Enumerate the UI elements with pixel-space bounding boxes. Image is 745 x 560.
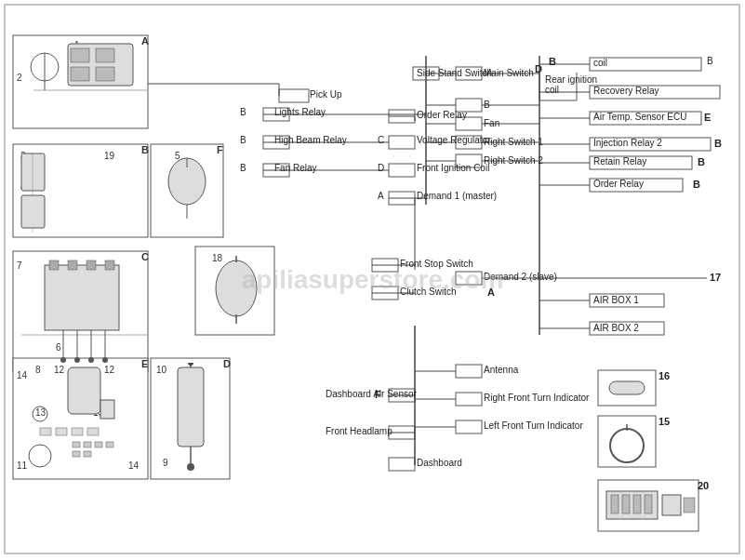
label-front-headlamp: Front Headlamp bbox=[326, 426, 392, 436]
label-order-relay: Order Relay bbox=[593, 179, 644, 189]
item-19: 19 bbox=[104, 151, 114, 161]
label-B-recovery: B bbox=[549, 56, 556, 67]
svg-rect-124 bbox=[95, 442, 102, 447]
label-fan-relay: Fan Relay bbox=[274, 163, 317, 173]
svg-rect-28 bbox=[389, 136, 415, 149]
label-antenna: Antenna bbox=[484, 365, 518, 375]
label-demand2: Demand 2 (slave) bbox=[484, 272, 557, 282]
box-20-contents bbox=[602, 484, 698, 528]
label-pickup: Pick Up bbox=[310, 89, 341, 100]
label-A-demand2: A bbox=[487, 287, 495, 298]
label-B-injection: B bbox=[714, 138, 722, 149]
svg-rect-85 bbox=[96, 48, 114, 62]
svg-rect-91 bbox=[21, 195, 45, 228]
svg-rect-39 bbox=[389, 458, 415, 471]
svg-point-115 bbox=[33, 407, 47, 421]
label-A-demand1: A bbox=[378, 191, 384, 201]
svg-rect-32 bbox=[372, 259, 398, 272]
label-dashboard: Dashboard bbox=[417, 458, 462, 468]
label-airbox1: AIR BOX 1 bbox=[593, 295, 639, 305]
label-right-sw1: B bbox=[484, 100, 490, 110]
svg-rect-87 bbox=[96, 67, 114, 81]
label-dash-air: Dashboard Air Sensor bbox=[326, 389, 417, 399]
label-C-vc: C bbox=[378, 135, 384, 145]
label-main-switch: Main Switch bbox=[484, 68, 534, 78]
label-D-fic: D bbox=[378, 163, 384, 173]
svg-rect-90 bbox=[21, 153, 45, 191]
box-label-B: B bbox=[141, 144, 149, 155]
svg-rect-30 bbox=[389, 192, 415, 205]
main-diagram: apiliasuperstore.com A B F C E D D B B L… bbox=[0, 0, 745, 560]
label-retain-relay: Retain Relay bbox=[593, 156, 646, 167]
svg-rect-36 bbox=[456, 365, 482, 378]
label-16: 16 bbox=[659, 370, 670, 381]
svg-rect-126 bbox=[73, 451, 80, 457]
svg-rect-119 bbox=[72, 428, 83, 435]
svg-point-121 bbox=[29, 445, 51, 467]
label-fan: Order Relay bbox=[417, 110, 467, 120]
box-16-contents bbox=[602, 374, 652, 402]
svg-rect-118 bbox=[56, 428, 67, 435]
label-left-sw2: Right Switch 2 bbox=[484, 155, 543, 166]
label-F-dash: F bbox=[375, 389, 381, 400]
svg-rect-125 bbox=[106, 442, 113, 447]
svg-rect-117 bbox=[40, 428, 51, 435]
svg-rect-38 bbox=[456, 420, 482, 433]
svg-point-130 bbox=[187, 463, 194, 471]
label-injection-relay: Injection Relay 2 bbox=[593, 138, 662, 148]
label-rear-ign: Rear ignitioncoil bbox=[545, 74, 597, 95]
svg-rect-141 bbox=[633, 495, 641, 513]
svg-point-111 bbox=[216, 260, 257, 316]
label-B-retain: B bbox=[698, 156, 705, 167]
label-E-starter: E bbox=[704, 112, 711, 123]
svg-rect-127 bbox=[84, 451, 91, 457]
svg-point-134 bbox=[610, 429, 644, 462]
label-demand1: Demand 1 (master) bbox=[417, 191, 497, 201]
label-left-sw1: Right Switch 1 bbox=[484, 137, 543, 147]
svg-rect-99 bbox=[68, 260, 77, 270]
svg-rect-29 bbox=[389, 164, 415, 177]
label-B-lights: B bbox=[240, 107, 246, 117]
box-18-contents bbox=[199, 251, 273, 330]
box-D-contents bbox=[154, 363, 227, 474]
svg-rect-122 bbox=[73, 442, 80, 447]
label-15: 15 bbox=[659, 416, 670, 427]
label-B-hb: B bbox=[240, 135, 246, 145]
label-recovery-relay: coil bbox=[593, 58, 607, 68]
svg-rect-142 bbox=[645, 495, 652, 513]
label-rf-turn: Right Front Turn Indicator bbox=[484, 393, 589, 403]
svg-rect-140 bbox=[622, 495, 630, 513]
svg-rect-37 bbox=[456, 393, 482, 406]
label-front-stop: Front Stop Switch bbox=[400, 259, 473, 269]
svg-rect-41 bbox=[389, 426, 415, 439]
svg-point-132 bbox=[188, 363, 193, 366]
svg-rect-101 bbox=[105, 260, 114, 270]
svg-rect-128 bbox=[178, 367, 204, 447]
box-C-contents bbox=[17, 256, 147, 367]
svg-rect-31 bbox=[456, 272, 482, 285]
svg-rect-116 bbox=[100, 400, 114, 419]
svg-rect-123 bbox=[84, 442, 91, 447]
box-F-contents bbox=[154, 153, 220, 228]
label-clutch-sw: Clutch Switch bbox=[400, 287, 457, 297]
svg-rect-33 bbox=[372, 287, 398, 300]
label-B-order2: B bbox=[693, 179, 700, 190]
label-B-fan: B bbox=[240, 163, 246, 173]
label-lf-turn: Left Front Turn Indicator bbox=[484, 420, 583, 431]
svg-rect-84 bbox=[71, 48, 89, 62]
box-E-contents bbox=[17, 363, 147, 474]
label-D-top: D bbox=[535, 63, 542, 74]
label-hb-relay: High Beam Relay bbox=[274, 135, 347, 145]
svg-rect-138 bbox=[684, 498, 695, 513]
label-air-temp: Recovery Relay bbox=[593, 86, 659, 96]
label-side-stand: Side Stand Switch bbox=[417, 68, 492, 78]
box-A-contents bbox=[17, 39, 147, 127]
svg-rect-100 bbox=[86, 260, 96, 270]
svg-rect-133 bbox=[609, 381, 645, 394]
label-front-ign: Front Ignition Coil bbox=[417, 163, 489, 173]
svg-rect-17 bbox=[279, 89, 309, 102]
svg-rect-18 bbox=[389, 110, 415, 123]
svg-rect-139 bbox=[611, 495, 619, 513]
box-15-contents bbox=[602, 420, 652, 463]
label-B-recovery2: B bbox=[707, 56, 713, 66]
